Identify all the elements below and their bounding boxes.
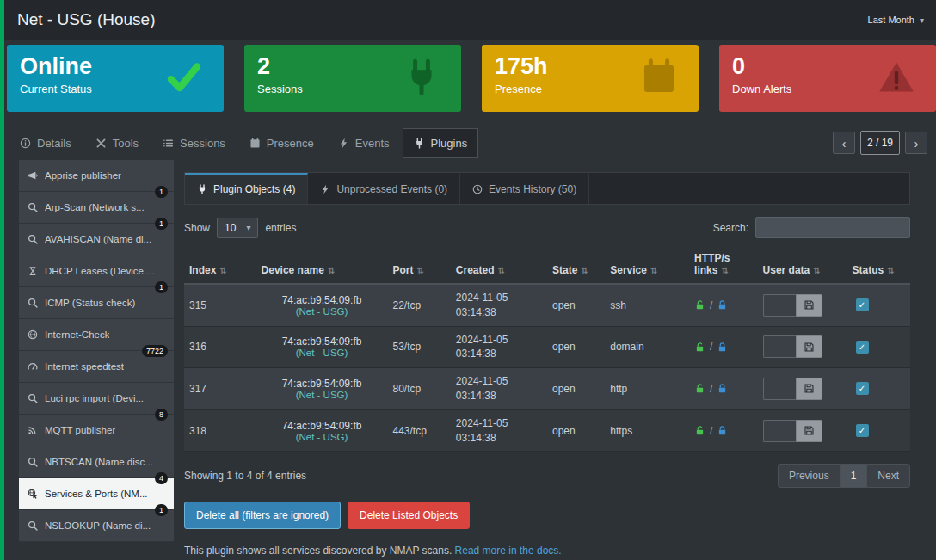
delete-listed-button[interactable]: Delete Listed Objects — [348, 502, 470, 529]
created-date: 2024-11-05 — [456, 333, 542, 348]
column-label: Service — [610, 264, 647, 276]
cell-index: 315 — [184, 284, 256, 326]
globe-pointer-icon — [28, 489, 38, 499]
show-label: Show — [184, 222, 210, 234]
http-link-icon[interactable] — [694, 383, 705, 394]
cell-device: 74:ac:b9:54:09:fb(Net - USG) — [256, 368, 388, 410]
plugin-list-item[interactable]: Services & Ports (NM...4 — [19, 478, 174, 510]
device-mac: 74:ac:b9:54:09:fb — [262, 378, 383, 390]
globe-icon — [28, 329, 38, 340]
https-link-icon[interactable] — [717, 383, 728, 394]
panel-tab-plugin-objects[interactable]: Plugin Objects (4) — [185, 173, 308, 204]
status-checkbox[interactable]: ✓ — [856, 382, 869, 395]
user-data-group — [763, 335, 842, 358]
plugin-list-item[interactable]: NSLOOKUP (Name di...1 — [19, 510, 174, 542]
https-link-icon[interactable] — [717, 342, 728, 353]
plugin-list-item[interactable]: Apprise publisher — [19, 160, 174, 192]
plugin-list-item[interactable]: DHCP Leases (Device ... — [19, 255, 174, 287]
plugin-list-item[interactable]: Arp-Scan (Network s...1 — [19, 192, 174, 224]
plugin-list: Apprise publisherArp-Scan (Network s...1… — [19, 160, 174, 557]
plugin-list-item[interactable]: Luci rpc import (Devi... — [19, 383, 174, 415]
page-title: Net - USG (House) — [17, 10, 155, 29]
column-label: Created — [456, 264, 495, 276]
status-card-down-alerts[interactable]: 0Down Alerts — [719, 45, 936, 112]
plugin-item-label: Arp-Scan (Network s... — [45, 202, 145, 212]
user-data-input[interactable] — [763, 335, 796, 358]
plugin-list-item[interactable]: Internet speedtest7722 — [19, 351, 174, 383]
search-icon — [28, 298, 38, 308]
device-link[interactable]: (Net - USG) — [262, 432, 383, 442]
link-separator: / — [710, 341, 712, 353]
save-user-data-button[interactable] — [796, 294, 822, 317]
tab-sessions[interactable]: Sessions — [151, 128, 237, 158]
cell-userdata — [758, 326, 847, 368]
column-header[interactable]: User data⇅ — [758, 247, 847, 284]
column-header[interactable]: Status⇅ — [847, 247, 910, 284]
save-user-data-button[interactable] — [796, 378, 822, 400]
cell-index: 316 — [184, 326, 256, 368]
plugin-item-badge: 8 — [155, 409, 168, 421]
tab-events[interactable]: Events — [327, 128, 401, 158]
panel-tab-unprocessed-events[interactable]: Unprocessed Events (0) — [308, 173, 460, 204]
column-label: Device name — [262, 264, 324, 276]
panel-tab-events-history[interactable]: Events History (50) — [460, 173, 589, 204]
save-user-data-button[interactable] — [796, 335, 822, 358]
column-header[interactable]: Service⇅ — [605, 247, 689, 284]
table-header-row: Index⇅Device name⇅Port⇅Created⇅State⇅Ser… — [184, 247, 910, 284]
column-header[interactable]: Index⇅ — [184, 247, 256, 284]
cell-index: 318 — [184, 409, 256, 452]
tab-presence[interactable]: Presence — [238, 128, 325, 158]
user-data-input[interactable] — [763, 294, 796, 317]
status-card-sessions[interactable]: 2Sessions — [244, 45, 461, 112]
status-checkbox[interactable]: ✓ — [856, 341, 869, 354]
plugin-item-label: Luci rpc import (Devi... — [45, 393, 144, 403]
plugin-list-item[interactable]: ICMP (Status check)1 — [19, 287, 174, 319]
device-link[interactable]: (Net - USG) — [262, 306, 383, 317]
plug-icon — [414, 138, 425, 149]
page-header: Net - USG (House) Last Month ▾ — [0, 0, 936, 40]
search-input[interactable] — [755, 217, 910, 238]
tab-plugins[interactable]: Plugins — [403, 128, 479, 158]
device-link[interactable]: (Net - USG) — [262, 348, 383, 358]
sidebar-accent-stripe — [0, 0, 4, 560]
period-select[interactable]: Last Month ▾ — [868, 15, 924, 25]
http-link-icon[interactable] — [694, 342, 705, 353]
status-card-current-status[interactable]: OnlineCurrent Status — [7, 45, 224, 112]
device-link[interactable]: (Net - USG) — [262, 390, 383, 400]
device-pager-indicator: 2 / 19 — [860, 131, 900, 155]
cell-userdata — [758, 284, 847, 326]
column-header[interactable]: State⇅ — [547, 247, 605, 284]
cell-device: 74:ac:b9:54:09:fb(Net - USG) — [256, 409, 388, 452]
status-checkbox[interactable]: ✓ — [856, 424, 869, 437]
user-data-input[interactable] — [763, 420, 796, 442]
next-device-button[interactable]: › — [905, 132, 927, 154]
column-header[interactable]: HTTP/s links⇅ — [689, 247, 758, 284]
cell-index: 317 — [184, 368, 256, 410]
gauge-icon — [28, 361, 38, 372]
save-user-data-button[interactable] — [796, 420, 822, 442]
delete-all-button[interactable]: Delete all (filters are ignored) — [184, 502, 341, 529]
plugin-list-item[interactable]: AVAHISCAN (Name di...1 — [19, 224, 174, 255]
tab-details[interactable]: Details — [9, 128, 83, 158]
column-header[interactable]: Device name⇅ — [256, 247, 388, 284]
https-link-icon[interactable] — [717, 299, 728, 311]
plugin-list-item[interactable]: NBTSCAN (Name disc... — [19, 446, 174, 478]
column-header[interactable]: Created⇅ — [451, 247, 547, 284]
http-link-icon[interactable] — [694, 299, 705, 311]
page-number-button[interactable]: 1 — [841, 464, 867, 488]
column-header[interactable]: Port⇅ — [387, 247, 450, 284]
prev-device-button[interactable]: ‹ — [833, 132, 855, 154]
next-page-button[interactable]: Next — [866, 464, 910, 488]
chevron-down-icon: ▾ — [246, 223, 250, 232]
entries-select[interactable]: 10 ▾ — [217, 218, 258, 238]
https-link-icon[interactable] — [717, 425, 728, 436]
user-data-input[interactable] — [763, 378, 796, 400]
status-checkbox[interactable]: ✓ — [856, 298, 869, 311]
docs-link[interactable]: Read more in the docs. — [455, 545, 562, 557]
tab-tools[interactable]: Tools — [84, 128, 150, 158]
http-links: / — [694, 383, 753, 395]
status-card-presence[interactable]: 175hPresence — [482, 45, 699, 112]
plugin-list-item[interactable]: MQTT publisher8 — [19, 415, 174, 446]
http-link-icon[interactable] — [694, 425, 705, 436]
previous-page-button[interactable]: Previous — [778, 464, 841, 488]
